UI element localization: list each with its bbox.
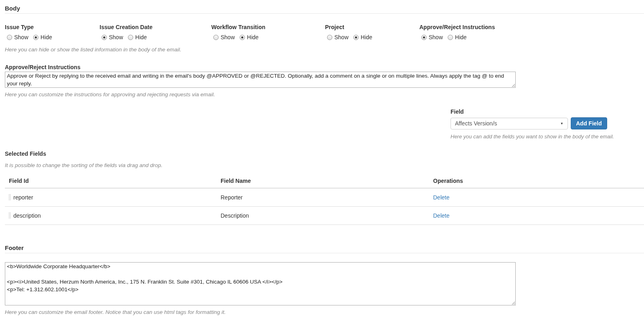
field-id-cell: reporter <box>5 188 217 207</box>
field-id-cell: description <box>5 207 217 225</box>
radio-show-icon[interactable] <box>327 35 332 40</box>
radio-hide-label: Hide <box>135 34 147 40</box>
sorting-help-text: It is possible to change the sorting of … <box>5 162 644 168</box>
operations-cell: Delete <box>429 188 644 207</box>
visibility-group-label: Project <box>325 24 419 30</box>
radio-option-show[interactable]: Show <box>7 34 28 40</box>
add-field-help-text: Here you can add the fields you want to … <box>451 134 625 140</box>
caret-down-icon: ▼ <box>560 122 563 125</box>
delete-link[interactable]: Delete <box>433 212 449 219</box>
drag-handle-icon[interactable] <box>9 194 11 200</box>
column-header-operations: Operations <box>429 174 644 188</box>
radio-line: ShowHide <box>419 34 495 40</box>
field-id-value: reporter <box>13 194 33 201</box>
radio-show-label: Show <box>221 34 235 40</box>
visibility-group-label: Approve/Reject Instructions <box>419 24 495 30</box>
table-row: reporterReporterDelete <box>5 188 644 207</box>
add-field-row: Affects Version/s ▼ Add Field <box>451 117 625 129</box>
radio-hide-label: Hide <box>455 34 467 40</box>
section-title-footer: Footer <box>5 244 644 251</box>
radio-hide-label: Hide <box>361 34 372 40</box>
operations-cell: Delete <box>429 207 644 225</box>
visibility-group-label: Workflow Transition <box>211 24 325 30</box>
field-select-label: Field <box>451 108 625 115</box>
radio-line: ShowHide <box>325 34 419 40</box>
radio-option-show[interactable]: Show <box>102 34 123 40</box>
selected-fields-table: Field Id Field Name Operations reporterR… <box>5 174 644 225</box>
radio-hide-label: Hide <box>40 34 52 40</box>
instructions-help-text: Here you can customize the instructions … <box>5 91 644 97</box>
footer-help-text: Here you can customize the email footer.… <box>5 309 644 315</box>
radio-line: ShowHide <box>5 34 100 40</box>
add-field-block: Field Affects Version/s ▼ Add Field Here… <box>451 108 625 140</box>
radio-show-label: Show <box>429 34 443 40</box>
visibility-group-approve-reject-instructions: Approve/Reject InstructionsShowHide <box>419 24 495 40</box>
body-section-divider <box>5 13 644 14</box>
table-header-row: Field Id Field Name Operations <box>5 174 644 188</box>
add-field-button[interactable]: Add Field <box>571 117 607 129</box>
radio-show-icon[interactable] <box>421 35 427 40</box>
email-body-settings-page: Body Issue TypeShowHideIssue Creation Da… <box>0 0 644 320</box>
radio-hide-icon[interactable] <box>448 35 453 40</box>
visibility-group-project: ProjectShowHide <box>325 24 419 40</box>
radio-hide-icon[interactable] <box>33 35 38 40</box>
delete-link[interactable]: Delete <box>433 194 449 201</box>
radio-show-label: Show <box>334 34 349 40</box>
radio-option-hide[interactable]: Hide <box>128 34 147 40</box>
radio-hide-icon[interactable] <box>240 35 245 40</box>
visibility-help-text: Here you can hide or show the listed inf… <box>5 47 644 53</box>
instructions-block: Approve/Reject Instructions Approve or R… <box>5 64 644 97</box>
column-header-field-id: Field Id <box>5 174 217 188</box>
radio-show-label: Show <box>109 34 123 40</box>
field-id-value: description <box>13 212 41 219</box>
radio-option-hide[interactable]: Hide <box>33 34 52 40</box>
table-row: descriptionDescriptionDelete <box>5 207 644 225</box>
column-header-field-name: Field Name <box>217 174 429 188</box>
visibility-group-label: Issue Type <box>5 24 100 30</box>
radio-option-hide[interactable]: Hide <box>353 34 372 40</box>
instructions-label: Approve/Reject Instructions <box>5 64 644 70</box>
radio-show-icon[interactable] <box>7 35 12 40</box>
radio-line: ShowHide <box>100 34 211 40</box>
radio-show-icon[interactable] <box>102 35 107 40</box>
section-title-body: Body <box>5 5 644 12</box>
field-name-cell: Reporter <box>217 188 429 207</box>
radio-option-hide[interactable]: Hide <box>240 34 259 40</box>
instructions-textarea[interactable]: Approve or Reject by replying to the rec… <box>5 72 516 88</box>
footer-section-divider <box>5 253 644 253</box>
footer-section: Footer <b>Worldwide Corporate Headquarte… <box>5 244 644 315</box>
visibility-group-issue-creation-date: Issue Creation DateShowHide <box>100 24 211 40</box>
radio-hide-label: Hide <box>247 34 259 40</box>
radio-show-icon[interactable] <box>213 35 219 40</box>
radio-line: ShowHide <box>211 34 325 40</box>
radio-option-show[interactable]: Show <box>421 34 443 40</box>
radio-hide-icon[interactable] <box>128 35 133 40</box>
selected-fields-title: Selected Fields <box>5 150 644 157</box>
radio-option-show[interactable]: Show <box>327 34 349 40</box>
field-select[interactable]: Affects Version/s ▼ <box>451 118 568 129</box>
radio-option-hide[interactable]: Hide <box>448 34 467 40</box>
field-select-value: Affects Version/s <box>455 120 497 127</box>
body-visibility-options: Issue TypeShowHideIssue Creation DateSho… <box>5 24 644 40</box>
radio-show-label: Show <box>14 34 28 40</box>
radio-hide-icon[interactable] <box>353 35 359 40</box>
visibility-group-workflow-transition: Workflow TransitionShowHide <box>211 24 325 40</box>
footer-textarea[interactable]: <b>Worldwide Corporate Headquarter</b> <… <box>5 262 516 305</box>
radio-option-show[interactable]: Show <box>213 34 235 40</box>
visibility-group-issue-type: Issue TypeShowHide <box>5 24 100 40</box>
drag-handle-icon[interactable] <box>9 212 11 218</box>
visibility-group-label: Issue Creation Date <box>100 24 211 30</box>
field-name-cell: Description <box>217 207 429 225</box>
